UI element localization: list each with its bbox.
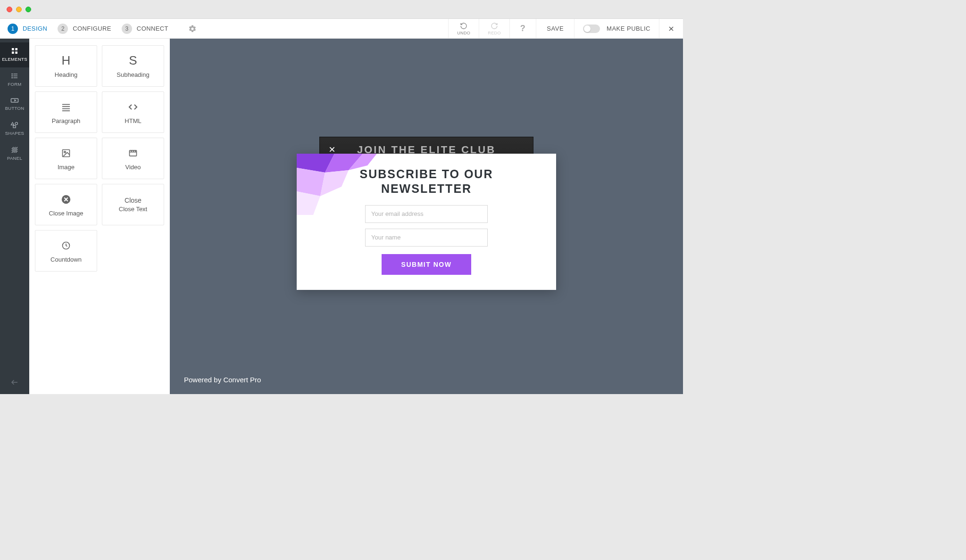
window-zoom-dot[interactable]	[25, 7, 31, 12]
publish-toggle[interactable]	[583, 25, 600, 33]
window-close-dot[interactable]	[7, 7, 12, 12]
redo-icon	[491, 22, 498, 30]
step-design[interactable]: 1 DESIGN	[8, 24, 47, 34]
decorative-polygon	[297, 154, 377, 215]
element-html[interactable]: HTML	[102, 91, 164, 133]
window-minimize-dot[interactable]	[16, 7, 22, 12]
element-paragraph[interactable]: Paragraph	[35, 91, 97, 133]
collapse-sidebar-button[interactable]	[0, 371, 29, 394]
popup-heading-line1: SUBSCRIBE TO OUR	[360, 167, 493, 181]
svg-rect-2	[12, 48, 14, 50]
element-close-text[interactable]: Close Close Text	[102, 184, 164, 225]
sidebar-item-label: ELEMENTS	[2, 57, 27, 62]
sidebar-item-elements[interactable]: ELEMENTS	[0, 42, 29, 67]
step-label: DESIGN	[23, 25, 47, 32]
popup-heading-line2: NEWSLETTER	[381, 182, 472, 195]
paragraph-icon	[61, 100, 71, 114]
toolbar-right: UNDO REDO ? SAVE MAKE PUBLIC	[448, 19, 683, 38]
svg-line-20	[16, 151, 17, 153]
popup-card[interactable]: SUBSCRIBE TO OUR NEWSLETTER SUBMIT NOW	[297, 154, 556, 290]
element-label: Countdown	[50, 256, 82, 263]
step-number: 2	[58, 24, 68, 34]
sidebar-item-label: BUTTON	[5, 106, 25, 111]
svg-line-17	[12, 147, 16, 151]
sidebar-item-label: SHAPES	[5, 131, 24, 136]
redo-button[interactable]: REDO	[479, 19, 509, 38]
sidebar-item-label: PANEL	[7, 156, 22, 161]
element-heading[interactable]: H Heading	[35, 45, 97, 87]
element-label: Subheading	[117, 71, 149, 78]
image-icon	[61, 147, 71, 160]
step-number: 1	[8, 24, 18, 34]
background-title[interactable]: JOIN THE ELITE CLUB	[320, 137, 533, 156]
sidebar-item-shapes[interactable]: SHAPES	[0, 116, 29, 141]
element-close-image[interactable]: Close Image	[35, 184, 97, 225]
popup-form: SUBMIT NOW	[316, 205, 537, 275]
svg-line-18	[14, 149, 17, 153]
close-icon	[668, 25, 675, 32]
undo-button[interactable]: UNDO	[448, 19, 479, 38]
save-button[interactable]: SAVE	[536, 19, 574, 38]
sidebar-item-panel[interactable]: PANEL	[0, 141, 29, 166]
redo-label: REDO	[488, 31, 501, 35]
element-label: Image	[58, 164, 75, 171]
svg-rect-5	[15, 51, 17, 54]
svg-rect-3	[15, 48, 17, 50]
grid-icon	[11, 47, 18, 55]
elements-panel: H Heading S Subheading Paragraph HTML	[29, 39, 170, 394]
main-area: ELEMENTS FORM BUTTON SHAPES PANEL	[0, 39, 683, 394]
element-label: HTML	[125, 117, 141, 124]
step-configure[interactable]: 2 CONFIGURE	[58, 24, 111, 34]
element-countdown[interactable]: Countdown	[35, 230, 97, 272]
gear-icon	[188, 25, 197, 33]
heading-icon: H	[62, 54, 71, 67]
element-label: Close Text	[119, 206, 147, 213]
close-icon	[328, 146, 336, 153]
undo-label: UNDO	[457, 31, 470, 35]
list-icon	[11, 72, 18, 80]
publish-label: MAKE PUBLIC	[607, 25, 650, 32]
name-field[interactable]	[365, 229, 488, 247]
sidebar-item-button[interactable]: BUTTON	[0, 92, 29, 116]
svg-marker-42	[297, 168, 325, 196]
close-circle-icon	[61, 193, 71, 206]
svg-rect-4	[12, 51, 14, 54]
element-label: Close Image	[49, 210, 83, 217]
save-label: SAVE	[547, 25, 564, 32]
build-steps: 1 DESIGN 2 CONFIGURE 3 CONNECT	[0, 24, 197, 34]
button-icon	[10, 97, 19, 104]
sidebar-item-label: FORM	[8, 82, 21, 87]
powered-by-label: Powered by Convert Pro	[184, 376, 261, 384]
element-video[interactable]: Video	[102, 138, 164, 179]
element-label: Heading	[55, 71, 77, 78]
svg-marker-13	[11, 123, 14, 125]
step-label: CONNECT	[137, 25, 168, 32]
close-editor-button[interactable]	[659, 19, 683, 38]
code-icon	[127, 100, 139, 114]
svg-point-9	[12, 74, 12, 74]
email-field[interactable]	[365, 205, 488, 223]
publish-group: MAKE PUBLIC	[574, 19, 659, 38]
clock-icon	[61, 239, 71, 252]
element-image[interactable]: Image	[35, 138, 97, 179]
help-button[interactable]: ?	[509, 19, 536, 38]
element-close-title: Close	[125, 197, 142, 204]
step-number: 3	[122, 24, 132, 34]
help-icon: ?	[520, 24, 526, 33]
top-toolbar: 1 DESIGN 2 CONFIGURE 3 CONNECT UNDO	[0, 19, 683, 39]
texture-icon	[11, 146, 18, 154]
element-subheading[interactable]: S Subheading	[102, 45, 164, 87]
svg-rect-15	[13, 126, 16, 128]
design-canvas[interactable]: JOIN THE ELITE CLUB SUBSCRIBE TO OUR NEW…	[170, 39, 683, 394]
shapes-icon	[10, 121, 19, 129]
step-label: CONFIGURE	[73, 25, 111, 32]
step-connect[interactable]: 3 CONNECT	[122, 24, 168, 34]
svg-point-10	[12, 75, 12, 76]
svg-point-11	[12, 77, 12, 78]
svg-point-14	[15, 122, 17, 124]
settings-button[interactable]	[188, 25, 197, 33]
arrow-left-icon	[10, 378, 19, 387]
submit-button[interactable]: SUBMIT NOW	[382, 254, 471, 275]
sidebar-item-form[interactable]: FORM	[0, 67, 29, 92]
svg-point-27	[64, 151, 66, 152]
